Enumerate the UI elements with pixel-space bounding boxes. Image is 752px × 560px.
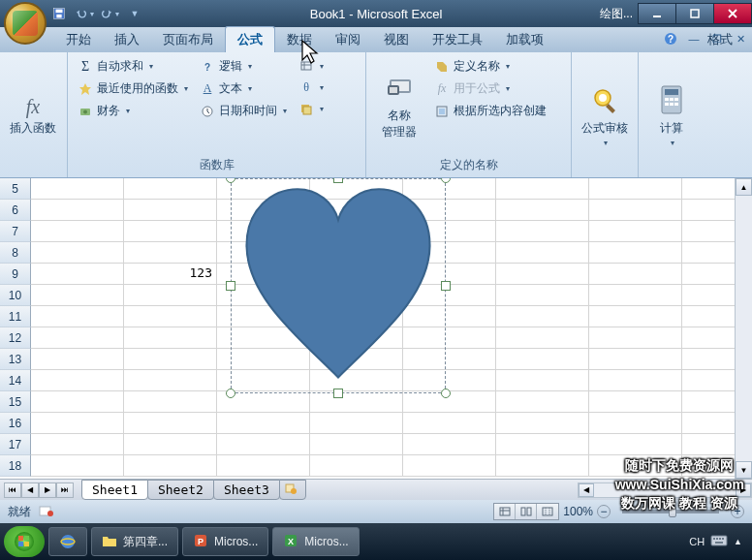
ime-indicator[interactable]: CH	[689, 536, 705, 547]
row-header[interactable]: 15	[0, 391, 31, 413]
svg-rect-19	[439, 109, 445, 114]
doc-close[interactable]: ✕	[733, 31, 748, 47]
use-in-formula-button[interactable]: fx用于公式▾	[430, 78, 550, 99]
define-name-button[interactable]: 定义名称▾	[430, 56, 550, 77]
taskbar-pin-ie[interactable]	[48, 527, 87, 556]
taskbar-item-excel[interactable]: XMicros...	[272, 527, 359, 556]
row-header[interactable]: 12	[0, 327, 31, 349]
tab-developer[interactable]: 开发工具	[421, 27, 494, 52]
close-button[interactable]	[713, 3, 752, 24]
calculation-button[interactable]: 计算▾	[644, 56, 699, 175]
macro-record-icon[interactable]	[39, 504, 54, 520]
insert-function-button[interactable]: fx 插入函数	[6, 56, 60, 175]
recent-functions-button[interactable]: 最近使用的函数▾	[74, 78, 192, 99]
doc-restore[interactable]: ❐	[709, 31, 725, 47]
row-header[interactable]: 5	[0, 178, 31, 200]
cell-B9[interactable]: 123	[124, 264, 217, 284]
folder-icon	[102, 534, 117, 550]
scroll-left-button[interactable]: ◀	[579, 483, 594, 497]
help-button[interactable]: ?	[663, 31, 678, 47]
row-header[interactable]: 18	[0, 455, 31, 477]
sheet-nav-first[interactable]: ⏮	[4, 482, 21, 498]
resize-handle-bl[interactable]	[226, 389, 235, 398]
tab-page-layout[interactable]: 页面布局	[151, 27, 225, 52]
math-button[interactable]: θ▾	[295, 78, 328, 97]
tray-expand[interactable]: ▲	[734, 537, 742, 546]
svg-rect-24	[665, 89, 678, 95]
svg-rect-55	[715, 542, 723, 544]
datetime-button[interactable]: 日期和时间▾	[196, 101, 291, 121]
row-header[interactable]: 11	[0, 306, 31, 327]
tab-review[interactable]: 审阅	[324, 27, 372, 52]
create-from-selection-button[interactable]: 根据所选内容创建	[430, 101, 550, 121]
resize-handle-bm[interactable]	[333, 389, 343, 398]
zoom-out-button[interactable]: −	[597, 505, 611, 518]
financial-button[interactable]: 财务▾	[74, 101, 192, 121]
heart-shape[interactable]	[231, 178, 446, 393]
context-title: 绘图...	[600, 6, 633, 22]
save-button[interactable]	[48, 4, 70, 23]
zoom-level[interactable]: 100%	[563, 505, 593, 518]
row-header[interactable]: 14	[0, 370, 31, 391]
svg-point-32	[291, 488, 297, 494]
resize-handle-mr[interactable]	[441, 281, 451, 291]
minimize-button[interactable]	[638, 3, 676, 24]
worksheet[interactable]: 5 6 7 8 9 10 11 12 13 14 15 16 17 18 123…	[0, 178, 752, 479]
normal-view-button[interactable]	[494, 504, 516, 519]
tab-addins[interactable]: 加载项	[494, 27, 555, 52]
row-header[interactable]: 13	[0, 349, 31, 370]
office-button[interactable]	[4, 2, 47, 45]
row-header[interactable]: 9	[0, 264, 31, 285]
row-header[interactable]: 8	[0, 242, 31, 264]
row-header[interactable]: 10	[0, 285, 31, 306]
tab-insert[interactable]: 插入	[103, 27, 151, 52]
sheet-tab-3[interactable]: Sheet3	[213, 480, 280, 500]
selection-icon	[434, 104, 450, 119]
vertical-scrollbar[interactable]: ▲ ▼	[735, 178, 752, 479]
autosum-button[interactable]: Σ自动求和▾	[74, 56, 192, 77]
tab-formulas[interactable]: 公式	[225, 26, 275, 52]
page-break-view-button[interactable]	[537, 504, 558, 519]
row-header[interactable]: 6	[0, 200, 31, 221]
doc-minimize[interactable]: —	[686, 31, 702, 47]
svg-rect-2	[56, 15, 61, 18]
title-bar: ▾ ▾ ▼ Book1 - Microsoft Excel 绘图...	[0, 0, 752, 27]
formula-audit-button[interactable]: 公式审核▾	[578, 56, 632, 175]
text-button[interactable]: A文本▾	[196, 78, 291, 99]
svg-point-8	[83, 109, 87, 113]
resize-handle-ml[interactable]	[226, 281, 235, 291]
maximize-button[interactable]	[675, 3, 714, 24]
row-header[interactable]: 17	[0, 434, 31, 455]
redo-button[interactable]: ▾	[99, 4, 120, 23]
resize-handle-br[interactable]	[441, 389, 451, 398]
qat-customize[interactable]: ▼	[124, 4, 145, 23]
logic-button[interactable]: ?逻辑▾	[196, 56, 291, 77]
svg-text:?: ?	[668, 34, 674, 45]
keyboard-icon[interactable]	[710, 535, 728, 548]
undo-button[interactable]: ▾	[74, 4, 95, 23]
row-header[interactable]: 16	[0, 413, 31, 434]
sheet-tab-1[interactable]: Sheet1	[81, 480, 148, 500]
svg-rect-36	[521, 508, 525, 515]
svg-rect-40	[18, 536, 23, 541]
page-layout-view-button[interactable]	[516, 504, 537, 519]
svg-rect-50	[711, 536, 727, 545]
start-button[interactable]	[4, 526, 45, 557]
resize-handle-tm[interactable]	[333, 178, 343, 183]
svg-point-44	[61, 535, 75, 548]
sheet-nav-last[interactable]: ⏭	[56, 482, 74, 498]
sheet-nav-next[interactable]: ▶	[39, 482, 56, 498]
taskbar-item-folder[interactable]: 第四章...	[91, 527, 178, 556]
sheet-tab-2[interactable]: Sheet2	[147, 480, 214, 500]
row-header[interactable]: 7	[0, 221, 31, 242]
scroll-up-button[interactable]: ▲	[736, 178, 752, 196]
name-manager-button[interactable]: 名称 管理器	[372, 56, 426, 155]
new-sheet-button[interactable]	[279, 480, 306, 500]
taskbar-item-ppt[interactable]: PMicros...	[182, 527, 268, 556]
watermark: 随时下免费资源网 www.SuiShiXia.com 数万网课 教程 资源	[615, 456, 744, 513]
sheet-nav-prev[interactable]: ◀	[21, 482, 39, 498]
tab-home[interactable]: 开始	[54, 27, 103, 52]
more-functions-button[interactable]: ▾	[295, 99, 328, 118]
calculator-icon	[658, 84, 685, 118]
tab-view[interactable]: 视图	[372, 27, 421, 52]
